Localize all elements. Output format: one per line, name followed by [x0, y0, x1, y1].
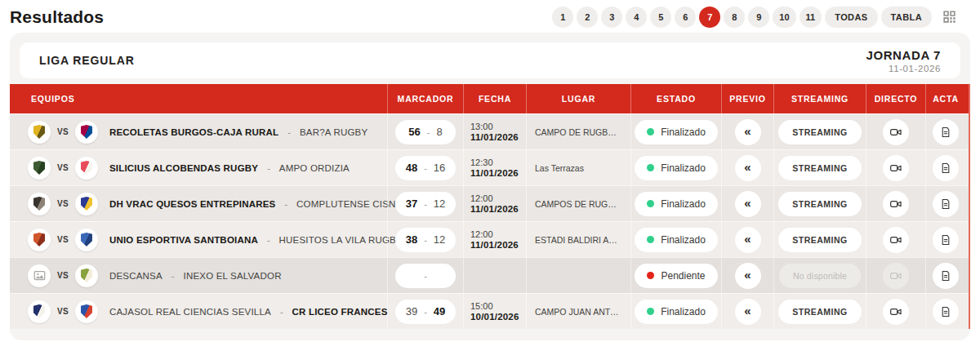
- away-team-logo: [75, 193, 98, 215]
- previo-button[interactable]: «: [735, 191, 761, 217]
- page-button-9[interactable]: 9: [748, 7, 769, 28]
- lugar-cell: CAMPO JUAN ANTONIO A...: [526, 294, 630, 329]
- away-team-logo: [75, 264, 98, 287]
- streaming-button[interactable]: STREAMING: [778, 156, 862, 180]
- acta-cell: [925, 294, 965, 329]
- venue-label: CAMPO DE RUGBY BIENV...: [527, 127, 630, 137]
- streaming-cell: No disponible: [773, 258, 866, 293]
- previo-cell: «: [721, 258, 773, 293]
- away-team-logo: [75, 157, 98, 180]
- vs-label: VS: [57, 127, 69, 136]
- rewind-icon: «: [744, 125, 751, 137]
- grid-view-button[interactable]: [942, 9, 957, 25]
- home-team-name: SILICIUS ALCOBENDAS RUGBY: [109, 163, 258, 173]
- away-team-name: INEXO EL SALVADOR: [184, 271, 282, 281]
- page-title: Resultados: [10, 7, 104, 27]
- previo-button[interactable]: «: [735, 119, 761, 145]
- results-card: LIGA REGULAR JORNADA 7 11-01-2026 EQUIPO…: [10, 33, 970, 340]
- away-crest-icon: [81, 197, 92, 211]
- equipos-cell: VS UNIO ESPORTIVA SANTBOIANA - HUESITOS …: [10, 222, 387, 257]
- home-team-name: UNIO ESPORTIVA SANTBOIANA: [109, 235, 258, 245]
- equipos-cell: VS RECOLETAS BURGOS-CAJA RURAL - BAR?A R…: [10, 114, 387, 149]
- venue-label: Las Terrazas: [527, 163, 594, 173]
- match-time: 12:00: [470, 229, 493, 239]
- directo-cell: [866, 258, 925, 293]
- acta-button[interactable]: [933, 227, 959, 253]
- page-button-3[interactable]: 3: [601, 7, 622, 28]
- rewind-icon: «: [744, 304, 751, 317]
- directo-button[interactable]: [883, 227, 909, 253]
- streaming-button[interactable]: STREAMING: [778, 228, 862, 252]
- estado-cell: Pendiente: [630, 258, 721, 293]
- previo-button[interactable]: «: [735, 155, 761, 181]
- team-separator: -: [284, 199, 287, 209]
- match-date: 11/01/2026: [470, 168, 519, 178]
- column-header-fecha: FECHA: [463, 84, 526, 113]
- status-badge: Finalizado: [635, 192, 718, 216]
- streaming-button[interactable]: STREAMING: [778, 300, 862, 324]
- previo-button[interactable]: «: [735, 263, 761, 289]
- acta-button[interactable]: [933, 299, 959, 325]
- image-placeholder-icon: [33, 269, 46, 282]
- fecha-cell: 12:00 11/01/2026: [463, 222, 526, 257]
- video-camera-icon: [889, 198, 902, 211]
- status-badge: Finalizado: [635, 156, 718, 180]
- page-button-8[interactable]: 8: [724, 7, 745, 28]
- directo-button[interactable]: [883, 155, 909, 181]
- acta-button[interactable]: [933, 119, 959, 145]
- match-date: 11/01/2026: [470, 132, 519, 142]
- home-crest-icon: [33, 197, 45, 211]
- page-button-2[interactable]: 2: [577, 7, 598, 28]
- away-team-name: CR LICEO FRANCES: [292, 307, 388, 317]
- table-row: VS SILICIUS ALCOBENDAS RUGBY - AMPO ORDI…: [10, 149, 969, 185]
- directo-button[interactable]: [883, 299, 909, 325]
- acta-button[interactable]: [933, 155, 959, 181]
- page-button-1[interactable]: 1: [552, 7, 573, 28]
- home-score: 39: [406, 305, 417, 317]
- jornada-block: JORNADA 7 11-01-2026: [866, 48, 941, 73]
- page-button-11[interactable]: 11: [800, 7, 822, 28]
- directo-button: [883, 263, 909, 289]
- view-button-tabla[interactable]: TABLA: [881, 7, 932, 28]
- status-label: Finalizado: [661, 234, 706, 246]
- directo-cell: [866, 186, 925, 221]
- acta-cell: [925, 114, 965, 149]
- column-header-previo: PREVIO: [721, 84, 773, 113]
- document-icon: [940, 198, 951, 210]
- vs-label: VS: [57, 199, 69, 208]
- streaming-button[interactable]: STREAMING: [778, 120, 862, 144]
- page-button-5[interactable]: 5: [650, 7, 671, 28]
- lugar-cell: CAMPO DE RUGBY BIENV...: [526, 114, 630, 149]
- score-separator: -: [424, 163, 427, 173]
- page-button-6[interactable]: 6: [675, 7, 696, 28]
- match-date: 11/01/2026: [470, 204, 519, 214]
- away-crest-icon: [81, 125, 92, 139]
- estado-cell: Finalizado: [630, 150, 721, 185]
- score-pill: 56 - 8: [395, 120, 456, 144]
- score-pill: 38 - 12: [395, 228, 456, 252]
- match-time: 12:30: [470, 158, 493, 167]
- video-camera-icon: [889, 126, 902, 139]
- previo-button[interactable]: «: [735, 227, 761, 253]
- directo-button[interactable]: [883, 119, 909, 145]
- streaming-button: No disponible: [779, 264, 861, 288]
- home-crest-icon: [33, 233, 45, 246]
- acta-button[interactable]: [933, 191, 959, 217]
- match-time: 15:00: [470, 301, 493, 311]
- pagination-pages: 1234567891011TODASTABLA: [552, 7, 932, 28]
- home-team-logo: [28, 300, 51, 323]
- previo-button[interactable]: «: [735, 299, 761, 325]
- team-separator: -: [267, 163, 270, 173]
- document-icon: [940, 306, 951, 317]
- page-button-7[interactable]: 7: [699, 7, 720, 28]
- status-dot-icon: [647, 128, 654, 135]
- previo-cell: «: [721, 186, 773, 221]
- acta-button[interactable]: [933, 263, 959, 289]
- page-button-10[interactable]: 10: [773, 7, 795, 28]
- status-label: Finalizado: [661, 306, 706, 317]
- view-button-todas[interactable]: TODAS: [825, 7, 877, 28]
- estado-cell: Finalizado: [630, 114, 721, 149]
- directo-button[interactable]: [883, 191, 909, 217]
- page-button-4[interactable]: 4: [626, 7, 647, 28]
- streaming-button[interactable]: STREAMING: [778, 192, 862, 216]
